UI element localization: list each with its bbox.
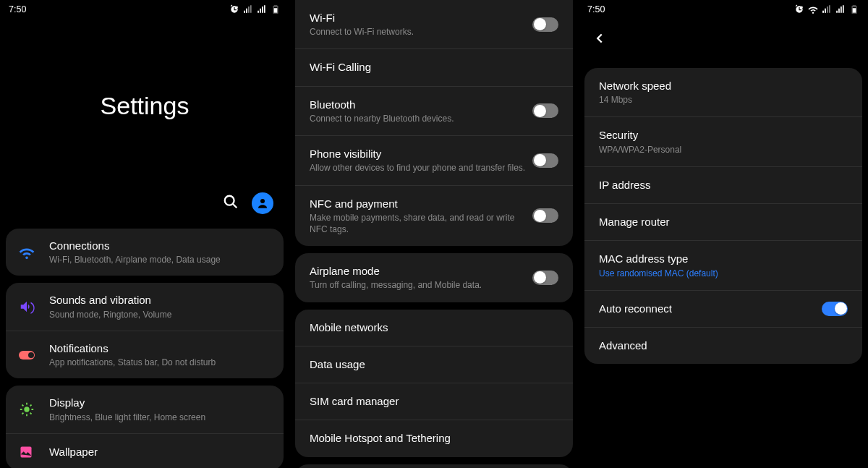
hotspot-row[interactable]: Mobile Hotspot and Tethering bbox=[295, 420, 573, 456]
settings-card: Sounds and vibration Sound mode, Rington… bbox=[6, 283, 284, 378]
connections-card: More connection settings bbox=[295, 464, 573, 468]
sounds-row[interactable]: Sounds and vibration Sound mode, Rington… bbox=[6, 283, 284, 331]
more-connection-settings-row[interactable]: More connection settings bbox=[295, 464, 573, 468]
row-sub: WPA/WPA2-Personal bbox=[599, 144, 848, 156]
wifi-details-card: Network speed 14 Mbps Security WPA/WPA2-… bbox=[584, 68, 862, 364]
alarm-icon bbox=[794, 4, 804, 14]
chevron-left-icon bbox=[592, 30, 608, 46]
phone-visibility-toggle[interactable] bbox=[532, 153, 558, 168]
airplane-mode-row[interactable]: Airplane mode Turn off calling, messagin… bbox=[295, 253, 573, 302]
wallpaper-icon bbox=[19, 445, 33, 459]
header-actions bbox=[0, 192, 289, 229]
battery-icon bbox=[271, 4, 281, 14]
search-icon bbox=[223, 194, 239, 210]
phone-visibility-row[interactable]: Phone visibility Allow other devices to … bbox=[295, 136, 573, 185]
status-icons bbox=[794, 4, 859, 14]
row-title: Wallpaper bbox=[49, 445, 271, 459]
row-sub: Use randomised MAC (default) bbox=[599, 268, 848, 279]
row-sub: Connect to nearby Bluetooth devices. bbox=[310, 113, 532, 124]
nfc-toggle[interactable] bbox=[532, 208, 558, 223]
display-row[interactable]: Display Brightness, Blue light filter, H… bbox=[6, 386, 284, 433]
status-bar: 7:50 bbox=[579, 0, 868, 19]
signal-icon bbox=[243, 4, 253, 14]
status-time: 7:50 bbox=[587, 4, 605, 14]
svg-point-5 bbox=[24, 407, 29, 412]
row-sub: Make mobile payments, share data, and re… bbox=[310, 212, 532, 235]
row-title: Mobile networks bbox=[310, 320, 558, 335]
connections-row[interactable]: Connections Wi-Fi, Bluetooth, Airplane m… bbox=[6, 229, 284, 276]
row-sub: App notifications, Status bar, Do not di… bbox=[49, 357, 271, 368]
row-sub: Allow other devices to find your phone a… bbox=[310, 162, 532, 174]
auto-reconnect-toggle[interactable] bbox=[822, 302, 848, 316]
profile-button[interactable] bbox=[252, 192, 273, 214]
wifi-row[interactable]: Wi-Fi Connect to Wi-Fi networks. bbox=[295, 0, 573, 49]
row-title: IP address bbox=[599, 178, 848, 192]
page-title: Settings bbox=[0, 19, 289, 192]
advanced-row[interactable]: Advanced bbox=[584, 328, 862, 364]
svg-line-1 bbox=[233, 204, 237, 208]
settings-card: Display Brightness, Blue light filter, H… bbox=[6, 386, 284, 468]
brightness-icon bbox=[19, 401, 35, 417]
svg-rect-14 bbox=[21, 446, 32, 457]
nfc-row[interactable]: NFC and payment Make mobile payments, sh… bbox=[295, 186, 573, 247]
row-sub: Connect to Wi-Fi networks. bbox=[310, 26, 532, 38]
row-sub: Brightness, Blue light filter, Home scre… bbox=[49, 412, 271, 423]
row-title: Wi-Fi bbox=[310, 11, 532, 25]
row-title: Wi-Fi Calling bbox=[310, 60, 558, 75]
network-speed-row[interactable]: Network speed 14 Mbps bbox=[584, 68, 862, 117]
connections-screen: Wi-Fi Connect to Wi-Fi networks. Wi-Fi C… bbox=[289, 0, 579, 468]
bluetooth-toggle[interactable] bbox=[532, 103, 558, 118]
svg-line-11 bbox=[30, 413, 32, 414]
security-row[interactable]: Security WPA/WPA2-Personal bbox=[584, 117, 862, 166]
sim-card-manager-row[interactable]: SIM card manager bbox=[295, 383, 573, 420]
wifi-details-screen: 7:50 Network speed 14 Mbps Security WPA/… bbox=[579, 0, 868, 468]
manage-router-row[interactable]: Manage router bbox=[584, 204, 862, 241]
svg-line-13 bbox=[30, 405, 32, 407]
row-title: MAC address type bbox=[599, 252, 848, 266]
status-time: 7:50 bbox=[9, 4, 26, 14]
wifi-status-icon bbox=[808, 4, 818, 14]
signal-icon bbox=[822, 4, 832, 14]
svg-line-12 bbox=[22, 413, 23, 414]
auto-reconnect-row[interactable]: Auto reconnect bbox=[584, 291, 862, 328]
wifi-toggle[interactable] bbox=[532, 17, 558, 32]
row-sub: Turn off calling, messaging, and Mobile … bbox=[310, 279, 532, 291]
wifi-calling-row[interactable]: Wi-Fi Calling bbox=[295, 49, 573, 86]
bluetooth-row[interactable]: Bluetooth Connect to nearby Bluetooth de… bbox=[295, 87, 573, 136]
signal-icon-2 bbox=[835, 4, 846, 14]
row-title: Network speed bbox=[599, 79, 848, 93]
battery-icon bbox=[849, 4, 859, 14]
row-title: Manage router bbox=[599, 215, 848, 229]
svg-line-10 bbox=[22, 405, 23, 407]
search-button[interactable] bbox=[223, 194, 239, 213]
row-title: NFC and payment bbox=[310, 197, 532, 211]
row-title: Auto reconnect bbox=[599, 302, 822, 316]
notifications-row[interactable]: Notifications App notifications, Status … bbox=[6, 331, 284, 378]
wallpaper-row[interactable]: Wallpaper bbox=[6, 434, 284, 468]
alarm-icon bbox=[229, 4, 239, 14]
row-title: Sounds and vibration bbox=[49, 293, 271, 307]
row-title: SIM card manager bbox=[310, 394, 558, 409]
airplane-mode-toggle[interactable] bbox=[532, 271, 558, 285]
mobile-networks-row[interactable]: Mobile networks bbox=[295, 310, 573, 346]
row-sub: Sound mode, Ringtone, Volume bbox=[49, 309, 271, 320]
row-title: Notifications bbox=[49, 341, 271, 356]
row-title: Mobile Hotspot and Tethering bbox=[310, 431, 558, 446]
settings-card: Connections Wi-Fi, Bluetooth, Airplane m… bbox=[6, 229, 284, 276]
row-title: Display bbox=[49, 396, 271, 410]
notification-icon bbox=[19, 349, 36, 361]
back-button[interactable] bbox=[592, 36, 608, 48]
row-title: Security bbox=[599, 128, 848, 142]
row-title: Airplane mode bbox=[310, 264, 532, 278]
connections-card: Airplane mode Turn off calling, messagin… bbox=[295, 253, 573, 302]
settings-main-screen: 7:50 Settings Connections Wi-Fi, Bluetoo… bbox=[0, 0, 289, 468]
row-sub: 14 Mbps bbox=[599, 94, 848, 106]
data-usage-row[interactable]: Data usage bbox=[295, 346, 573, 383]
row-title: Advanced bbox=[599, 339, 848, 353]
status-icons bbox=[229, 4, 281, 14]
signal-icon-2 bbox=[257, 4, 267, 14]
wifi-icon bbox=[19, 244, 35, 260]
row-title: Data usage bbox=[310, 357, 558, 372]
mac-address-type-row[interactable]: MAC address type Use randomised MAC (def… bbox=[584, 241, 862, 290]
ip-address-row[interactable]: IP address bbox=[584, 167, 862, 204]
